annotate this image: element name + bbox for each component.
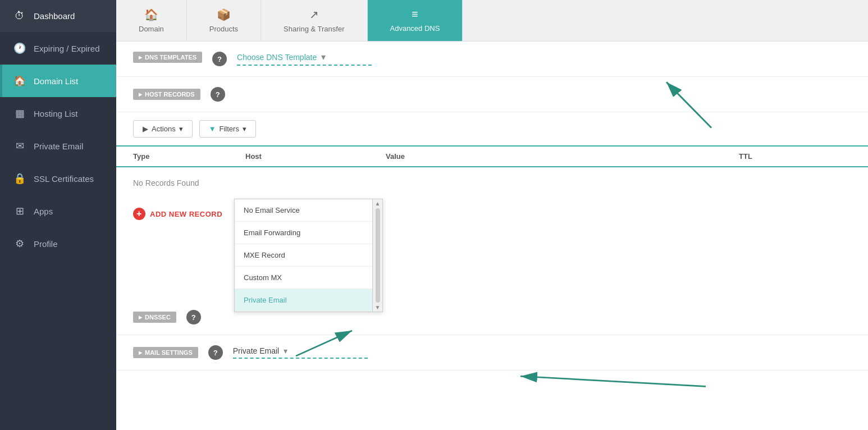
sidebar-item-profile[interactable]: ⚙ Profile: [0, 227, 116, 260]
dns-template-value: Choose DNS Template: [237, 53, 317, 62]
actions-button[interactable]: ▶ Actions ▾: [133, 120, 193, 138]
tab-label: Products: [209, 25, 238, 33]
add-record-row: + ADD NEW RECORD No Email Service Email …: [116, 199, 868, 300]
add-new-record-button[interactable]: + ADD NEW RECORD: [133, 204, 222, 223]
svg-line-3: [520, 376, 706, 386]
domain-tab-icon: 🏠: [144, 8, 158, 21]
dns-templates-section: DNS TEMPLATES ? Choose DNS Template ▾: [116, 42, 868, 77]
mail-settings-value: Private Email: [233, 346, 279, 355]
content-area: DNS TEMPLATES ? Choose DNS Template ▾ HO…: [116, 42, 868, 430]
mail-settings-dropdown[interactable]: Private Email ▾: [233, 346, 368, 359]
dashboard-icon: ⏱: [13, 10, 26, 22]
sidebar-item-domain-list[interactable]: 🏠 Domain List: [0, 65, 116, 97]
host-records-section: HOST RECORDS ?: [116, 77, 868, 112]
sidebar-item-expiring[interactable]: 🕐 Expiring / Expired: [0, 32, 116, 65]
dropdown-item-mxe-record[interactable]: MXE Record: [235, 244, 382, 267]
chevron-down-icon: ▾: [321, 52, 326, 62]
play-icon: ▶: [143, 125, 148, 133]
col-value: Value: [386, 152, 739, 161]
sidebar-item-private-email[interactable]: ✉ Private Email: [0, 130, 116, 162]
dnssec-section: DNSSEC ?: [116, 300, 868, 335]
host-records-label[interactable]: HOST RECORDS: [133, 89, 200, 100]
products-tab-icon: 📦: [217, 8, 231, 21]
sidebar-item-label: Hosting List: [34, 109, 77, 118]
host-records-help[interactable]: ?: [211, 87, 225, 102]
scroll-down-icon[interactable]: ▼: [375, 304, 381, 310]
email-service-dropdown[interactable]: No Email Service Email Forwarding MXE Re…: [234, 199, 383, 312]
mail-settings-help[interactable]: ?: [208, 345, 223, 360]
col-type: Type: [133, 152, 245, 161]
sidebar-item-dashboard[interactable]: ⏱ Dashboard: [0, 0, 116, 32]
actions-label: Actions: [152, 125, 176, 133]
sidebar-item-hosting-list[interactable]: ▦ Hosting List: [0, 97, 116, 130]
gear-icon: ⚙: [13, 237, 26, 250]
lock-icon: 🔒: [13, 172, 26, 185]
sidebar-item-label: SSL Certificates: [34, 174, 94, 184]
dropdown-item-no-email[interactable]: No Email Service: [235, 199, 382, 222]
home-icon: 🏠: [13, 75, 26, 87]
plus-icon: +: [133, 208, 145, 220]
tab-bar: 🏠 Domain 📦 Products ↗ Sharing & Transfer…: [116, 0, 868, 42]
col-host: Host: [245, 152, 386, 161]
dropdown-scrollbar: ▲ ▼: [372, 199, 382, 312]
hosting-icon: ▦: [13, 107, 26, 120]
scroll-up-icon[interactable]: ▲: [375, 200, 381, 207]
col-ttl: TTL: [739, 152, 851, 161]
sidebar: ⏱ Dashboard 🕐 Expiring / Expired 🏠 Domai…: [0, 0, 116, 430]
filter-icon: ▼: [209, 125, 216, 133]
dnssec-label[interactable]: DNSSEC: [133, 312, 176, 323]
tab-advanced-dns[interactable]: ≡ Advanced DNS: [368, 0, 463, 41]
mail-settings-section: MAIL SETTINGS ? Private Email ▾: [116, 335, 868, 370]
sidebar-item-ssl[interactable]: 🔒 SSL Certificates: [0, 162, 116, 195]
tab-label: Domain: [139, 25, 164, 33]
email-icon: ✉: [13, 140, 26, 152]
tab-sharing-transfer[interactable]: ↗ Sharing & Transfer: [261, 0, 367, 41]
tab-label: Sharing & Transfer: [284, 25, 344, 33]
actions-bar: ▶ Actions ▾ ▼ Filters ▾: [116, 112, 868, 145]
dns-templates-label[interactable]: DNS TEMPLATES: [133, 52, 202, 63]
mail-settings-label[interactable]: MAIL SETTINGS: [133, 347, 198, 358]
sidebar-item-apps[interactable]: ⊞ Apps: [0, 195, 116, 227]
sharing-tab-icon: ↗: [309, 8, 319, 21]
filters-chevron-icon: ▾: [243, 125, 246, 133]
dropdown-item-private-email[interactable]: Private Email: [235, 289, 382, 312]
dns-tab-icon: ≡: [412, 8, 418, 21]
actions-chevron-icon: ▾: [179, 125, 183, 133]
add-record-label: ADD NEW RECORD: [150, 210, 222, 218]
tab-domain[interactable]: 🏠 Domain: [116, 0, 187, 41]
tab-products[interactable]: 📦 Products: [187, 0, 261, 41]
table-header: Type Host Value TTL: [116, 145, 868, 167]
sidebar-item-label: Expiring / Expired: [34, 44, 100, 53]
dropdown-item-email-forwarding[interactable]: Email Forwarding: [235, 222, 382, 244]
sidebar-item-label: Apps: [34, 207, 53, 216]
sidebar-item-label: Private Email: [34, 141, 83, 151]
no-records-message: No Records Found: [116, 167, 868, 199]
sidebar-item-label: Profile: [34, 239, 58, 249]
sidebar-item-label: Dashboard: [34, 11, 75, 21]
filters-label: Filters: [220, 125, 239, 133]
clock-icon: 🕐: [13, 42, 26, 54]
dns-templates-help[interactable]: ?: [212, 52, 227, 66]
apps-icon: ⊞: [13, 205, 26, 217]
mail-chevron-icon: ▾: [284, 346, 287, 355]
sidebar-item-label: Domain List: [34, 76, 78, 86]
dns-template-dropdown[interactable]: Choose DNS Template ▾: [237, 52, 372, 66]
dnssec-help[interactable]: ?: [186, 310, 201, 324]
scroll-thumb: [376, 208, 380, 303]
tab-label: Advanced DNS: [390, 24, 440, 33]
dropdown-item-custom-mx[interactable]: Custom MX: [235, 267, 382, 289]
filters-button[interactable]: ▼ Filters ▾: [199, 120, 256, 138]
main-content: 🏠 Domain 📦 Products ↗ Sharing & Transfer…: [116, 0, 868, 430]
